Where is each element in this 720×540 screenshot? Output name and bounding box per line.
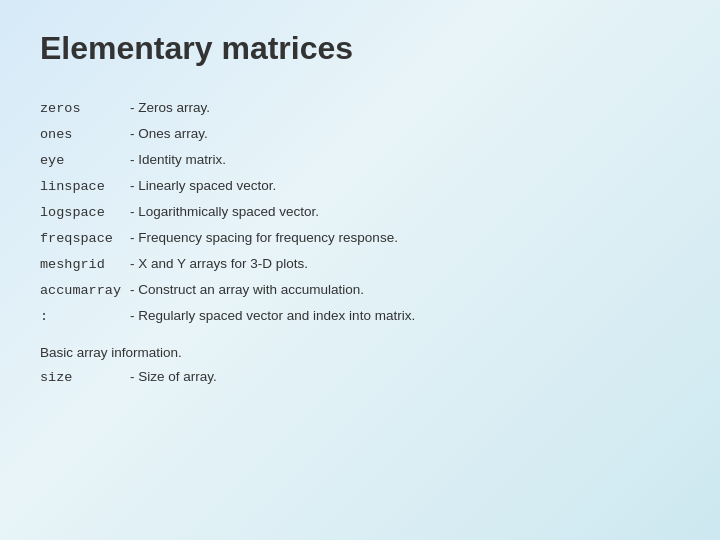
keyword-ones: ones: [40, 127, 130, 142]
keyword-eye: eye: [40, 153, 130, 168]
entry-freqspace: freqspace - Frequency spacing for freque…: [40, 225, 680, 251]
keyword-size: size: [40, 370, 130, 385]
entry-ones: ones - Ones array.: [40, 121, 680, 147]
entry-eye: eye - Identity matrix.: [40, 147, 680, 173]
desc-eye: - Identity matrix.: [130, 152, 226, 167]
desc-logspace: - Logarithmically spaced vector.: [130, 204, 319, 219]
entry-meshgrid: meshgrid - X and Y arrays for 3-D plots.: [40, 251, 680, 277]
entry-accumarray: accumarray - Construct an array with acc…: [40, 277, 680, 303]
desc-ones: - Ones array.: [130, 126, 208, 141]
desc-accumarray: - Construct an array with accumulation.: [130, 282, 364, 297]
keyword-accumarray: accumarray: [40, 283, 130, 298]
desc-zeros: - Zeros array.: [130, 100, 210, 115]
keyword-linspace: linspace: [40, 179, 130, 194]
entry-logspace: logspace - Logarithmically spaced vector…: [40, 199, 680, 225]
entry-colon: : - Regularly spaced vector and index in…: [40, 303, 680, 329]
desc-freqspace: - Frequency spacing for frequency respon…: [130, 230, 398, 245]
keyword-zeros: zeros: [40, 101, 130, 116]
page: Elementary matrices zeros - Zeros array.…: [0, 0, 720, 540]
desc-colon: - Regularly spaced vector and index into…: [130, 308, 415, 323]
entry-linspace: linspace - Linearly spaced vector.: [40, 173, 680, 199]
keyword-colon: :: [40, 309, 130, 324]
keyword-freqspace: freqspace: [40, 231, 130, 246]
entry-zeros: zeros - Zeros array.: [40, 95, 680, 121]
keyword-meshgrid: meshgrid: [40, 257, 130, 272]
entry-size: size - Size of array.: [40, 364, 680, 390]
page-title: Elementary matrices: [40, 30, 680, 67]
keyword-logspace: logspace: [40, 205, 130, 220]
section-label: Basic array information.: [40, 345, 680, 360]
desc-size: - Size of array.: [130, 369, 217, 384]
desc-linspace: - Linearly spaced vector.: [130, 178, 276, 193]
content-area: zeros - Zeros array. ones - Ones array. …: [40, 95, 680, 390]
desc-meshgrid: - X and Y arrays for 3-D plots.: [130, 256, 308, 271]
